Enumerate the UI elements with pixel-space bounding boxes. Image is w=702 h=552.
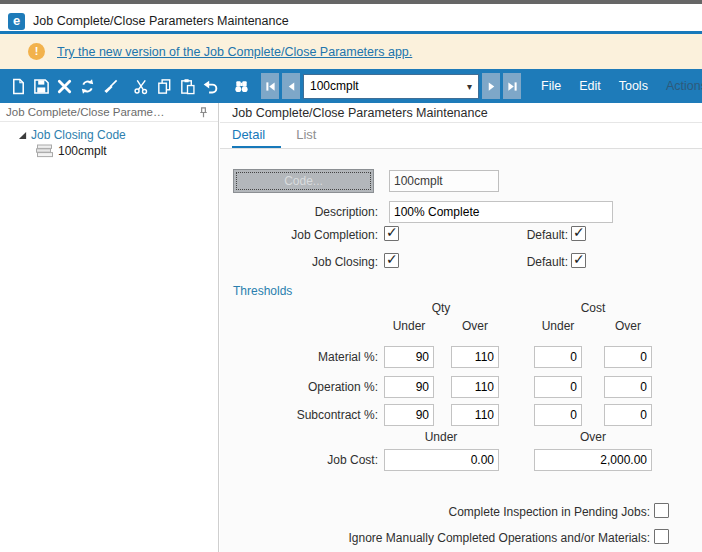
record-combobox-value: 100cmplt — [304, 79, 461, 93]
paste-icon — [179, 78, 196, 95]
new-button[interactable] — [7, 73, 30, 99]
tree-node-label[interactable]: Job Closing Code — [31, 128, 126, 142]
application-window: e Job Complete/Close Parameters Maintena… — [0, 0, 702, 552]
scissors-icon — [133, 78, 150, 95]
job-cost-under-input[interactable] — [384, 449, 499, 471]
material-row-label: Material %: — [220, 350, 378, 364]
paste-button[interactable] — [176, 73, 199, 99]
material-qty-under-input[interactable] — [384, 346, 434, 368]
save-icon — [33, 78, 50, 95]
check-icon: ✓ — [573, 251, 585, 267]
ignore-manual-checkbox[interactable] — [654, 529, 669, 544]
thresholds-section-label: Thresholds — [233, 284, 292, 298]
tree-node-100cmplt[interactable]: 100cmplt — [35, 144, 107, 158]
cost-column-header: Cost — [581, 301, 606, 315]
cost-over-header: Over — [615, 319, 641, 333]
copy-button[interactable] — [153, 73, 176, 99]
tree-node-job-closing-code[interactable]: Job Closing Code — [18, 128, 126, 142]
subcontract-qty-over-input[interactable] — [451, 404, 499, 426]
job-cost-over-input[interactable] — [534, 449, 652, 471]
pin-icon[interactable] — [197, 106, 210, 119]
tab-detail[interactable]: Detail — [232, 125, 281, 149]
check-icon: ✓ — [573, 224, 585, 240]
previous-record-icon — [286, 81, 297, 92]
code-button[interactable]: Code... — [233, 169, 374, 193]
subcontract-qty-under-input[interactable] — [384, 404, 434, 426]
new-version-link[interactable]: Try the new version of the Job Complete/… — [57, 45, 412, 59]
default-completion-checkbox[interactable]: ✓ — [571, 226, 586, 241]
code-field[interactable] — [389, 170, 499, 192]
jobcost-under-header: Under — [425, 430, 458, 444]
last-record-icon — [507, 81, 518, 92]
next-record-icon — [486, 81, 497, 92]
save-button[interactable] — [30, 73, 53, 99]
divider — [220, 122, 702, 123]
material-qty-over-input[interactable] — [451, 346, 499, 368]
tree-node-label[interactable]: 100cmplt — [58, 144, 107, 158]
operation-qty-over-input[interactable] — [451, 376, 499, 398]
undo-icon — [202, 78, 219, 95]
cost-under-header: Under — [542, 319, 575, 333]
job-completion-label: Job Completion: — [220, 228, 378, 242]
description-field[interactable] — [389, 201, 613, 223]
clear-button[interactable] — [99, 73, 122, 99]
complete-inspection-checkbox[interactable] — [654, 503, 669, 518]
complete-inspection-label: Complete Inspection in Pending Jobs: — [220, 505, 650, 519]
operation-qty-under-input[interactable] — [384, 376, 434, 398]
material-cost-over-input[interactable] — [604, 346, 652, 368]
delete-icon — [56, 78, 73, 95]
job-closing-checkbox[interactable]: ✓ — [384, 253, 399, 268]
nav-next-button[interactable] — [482, 73, 500, 99]
default-closing-label: Default: — [420, 255, 568, 269]
actions-menu[interactable]: Actions — [657, 69, 702, 103]
window-title: Job Complete/Close Parameters Maintenanc… — [33, 14, 289, 28]
tree-expander-icon[interactable] — [18, 131, 27, 140]
page-title: Job Complete/Close Parameters Maintenanc… — [232, 106, 488, 120]
jobcost-over-header: Over — [580, 430, 606, 444]
chevron-down-icon: ▾ — [461, 81, 478, 92]
check-icon: ✓ — [386, 251, 398, 267]
job-closing-label: Job Closing: — [220, 255, 378, 269]
search-button[interactable] — [230, 73, 253, 99]
edit-menu[interactable]: Edit — [570, 69, 610, 103]
job-completion-checkbox[interactable]: ✓ — [384, 226, 399, 241]
operation-cost-under-input[interactable] — [534, 376, 582, 398]
ignore-manual-label: Ignore Manually Completed Operations and… — [220, 531, 650, 545]
refresh-button[interactable] — [76, 73, 99, 99]
operation-cost-over-input[interactable] — [604, 376, 652, 398]
qty-column-header: Qty — [432, 301, 451, 315]
tree-panel-title: Job Complete/Close Parame… — [6, 106, 165, 118]
new-document-icon — [10, 78, 27, 95]
default-closing-checkbox[interactable]: ✓ — [571, 253, 586, 268]
alert-icon: ! — [28, 43, 45, 60]
broom-icon — [102, 78, 119, 95]
notification-banner: ! Try the new version of the Job Complet… — [0, 31, 702, 69]
material-cost-under-input[interactable] — [534, 346, 582, 368]
subcontract-cost-over-input[interactable] — [604, 404, 652, 426]
detail-form: Code... Description: Job Completion: ✓ D… — [220, 149, 702, 552]
main-panel: Job Complete/Close Parameters Maintenanc… — [220, 103, 702, 552]
binoculars-icon — [233, 78, 250, 95]
delete-button[interactable] — [53, 73, 76, 99]
record-sheet-icon — [35, 144, 54, 158]
nav-last-button[interactable] — [503, 73, 521, 99]
toolbar: 100cmplt ▾ File Edit Tools Actions — [0, 69, 702, 103]
undo-button[interactable] — [199, 73, 222, 99]
first-record-icon — [265, 81, 276, 92]
default-completion-label: Default: — [420, 228, 568, 242]
subcontract-cost-under-input[interactable] — [534, 404, 582, 426]
tools-menu[interactable]: Tools — [610, 69, 657, 103]
record-combobox[interactable]: 100cmplt ▾ — [303, 74, 479, 99]
cut-button[interactable] — [130, 73, 153, 99]
nav-first-button[interactable] — [261, 73, 279, 99]
nav-prev-button[interactable] — [282, 73, 300, 99]
tree-panel-header: Job Complete/Close Parame… — [0, 103, 218, 122]
check-icon: ✓ — [386, 224, 398, 240]
job-cost-label: Job Cost: — [220, 453, 378, 467]
tab-bar: Detail List — [232, 125, 316, 149]
file-menu[interactable]: File — [532, 69, 570, 103]
description-label: Description: — [220, 205, 378, 219]
subcontract-row-label: Subcontract %: — [220, 408, 378, 422]
qty-over-header: Over — [462, 319, 488, 333]
tab-list[interactable]: List — [296, 125, 316, 149]
